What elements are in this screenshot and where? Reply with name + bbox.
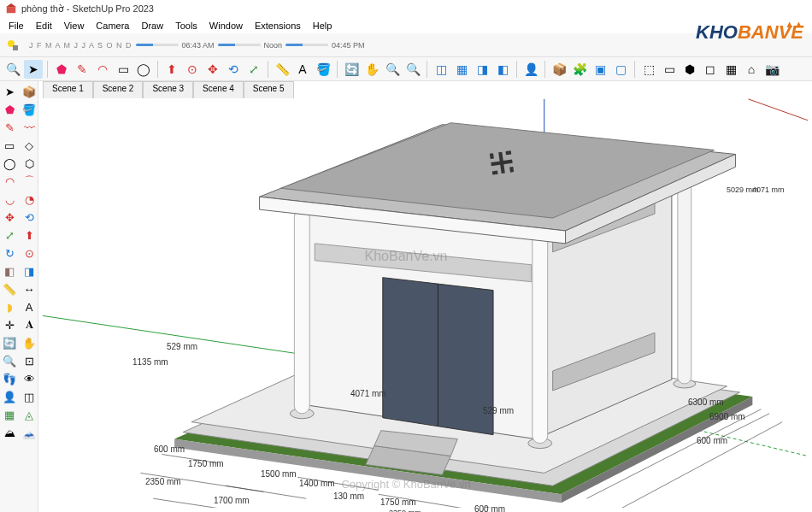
protractor-icon[interactable]: ◗ <box>1 298 18 315</box>
warehouse-icon[interactable]: 📦 <box>550 60 568 79</box>
monochrome-icon[interactable]: ◻ <box>701 60 720 79</box>
menu-window[interactable]: Window <box>204 19 248 32</box>
arc3-icon[interactable]: ◡ <box>1 191 18 208</box>
person-icon[interactable]: 👤 <box>521 60 540 79</box>
sandbox4-icon[interactable]: 🗻 <box>21 424 38 441</box>
axes-icon[interactable]: ✛ <box>1 316 18 333</box>
rotate-icon[interactable]: ⟲ <box>224 60 243 79</box>
pencil-icon[interactable]: ✎ <box>73 60 91 79</box>
hidden-line-icon[interactable]: ▭ <box>660 60 679 79</box>
pie-icon[interactable]: ◔ <box>21 191 38 208</box>
tab-scene5[interactable]: Scene 5 <box>244 81 294 98</box>
zoom-extents-icon[interactable]: 🔍 <box>403 60 422 79</box>
rotated-rect-icon[interactable]: ◇ <box>21 137 38 154</box>
dim-1700: 1700 mm <box>214 496 250 505</box>
menu-camera[interactable]: Camera <box>91 19 134 32</box>
orbit-tool-icon[interactable]: 🔄 <box>1 334 18 351</box>
tab-scene1[interactable]: Scene 1 <box>43 81 93 98</box>
tape-tool-icon[interactable]: 📏 <box>1 280 18 297</box>
menu-extensions[interactable]: Extensions <box>250 19 306 32</box>
section-fill-icon[interactable]: ◧ <box>493 60 512 79</box>
pushpull-icon[interactable]: ⬆ <box>162 60 181 79</box>
solid-outer-icon[interactable]: ◧ <box>1 262 18 280</box>
pushpull-tool-icon[interactable]: ⬆ <box>21 227 38 244</box>
arc-tool-icon[interactable]: ◠ <box>1 173 18 190</box>
polygon-icon[interactable]: ⬡ <box>21 155 38 172</box>
svg-rect-23 <box>294 209 309 414</box>
paint-icon[interactable]: 🪣 <box>314 60 332 79</box>
circle-icon[interactable]: ◯ <box>134 60 153 79</box>
sandbox1-icon[interactable]: ▦ <box>1 406 18 423</box>
photo-icon[interactable]: 📷 <box>762 60 781 79</box>
freehand-icon[interactable]: 〰 <box>21 119 38 136</box>
time-slider-2[interactable] <box>285 44 328 46</box>
dimension-icon[interactable]: ↔ <box>21 280 38 297</box>
section-display-icon[interactable]: ▦ <box>452 60 471 79</box>
orbit-icon[interactable]: 🔄 <box>342 60 361 79</box>
menu-view[interactable]: View <box>59 19 90 32</box>
menu-edit[interactable]: Edit <box>31 19 57 32</box>
tape-icon[interactable]: 📏 <box>273 60 291 79</box>
menu-tools[interactable]: Tools <box>170 19 203 32</box>
3dtext-icon[interactable]: 𝐀 <box>21 316 38 333</box>
styles-icon[interactable]: ⌂ <box>742 60 761 79</box>
xray-icon[interactable]: ▣ <box>591 60 609 79</box>
section-cut-icon[interactable]: ◨ <box>473 60 491 79</box>
select-icon[interactable]: ➤ <box>24 60 43 79</box>
sandbox2-icon[interactable]: ◬ <box>21 406 38 423</box>
wireframe-icon[interactable]: ⬚ <box>639 60 658 79</box>
back-edges-icon[interactable]: ▢ <box>611 60 630 79</box>
section-tool-icon[interactable]: ◫ <box>21 388 38 405</box>
paint-tool-icon[interactable]: 🪣 <box>21 101 38 118</box>
time-slider[interactable] <box>218 44 261 46</box>
component-icon[interactable]: 📦 <box>21 83 38 100</box>
text-tool-icon[interactable]: A <box>21 298 38 315</box>
rotate-tool-icon[interactable]: ⟲ <box>21 209 38 226</box>
date-slider[interactable] <box>136 44 179 46</box>
tab-scene3[interactable]: Scene 3 <box>143 81 193 98</box>
circle-tool-icon[interactable]: ◯ <box>1 155 18 172</box>
arc-icon[interactable]: ◠ <box>93 60 112 79</box>
shadow-toggle-icon[interactable] <box>3 36 22 55</box>
shadow-toolbar: J F M A M J J A S O N D 06:43 AM Noon 04… <box>0 33 812 57</box>
select-tool-icon[interactable]: ➤ <box>1 83 18 100</box>
zoom-window-icon[interactable]: ⊡ <box>21 352 38 369</box>
zoom-icon[interactable]: 🔍 <box>383 60 402 79</box>
tab-scene2[interactable]: Scene 2 <box>93 81 144 98</box>
extension-icon[interactable]: 🧩 <box>570 60 589 79</box>
pan-icon[interactable]: ✋ <box>362 60 381 79</box>
move-icon[interactable]: ✥ <box>203 60 222 79</box>
rect-tool-icon[interactable]: ▭ <box>1 137 18 154</box>
zoom-tool-icon[interactable]: 🔍 <box>1 352 18 369</box>
menu-draw[interactable]: Draw <box>136 19 168 32</box>
textured-icon[interactable]: ▦ <box>721 60 740 79</box>
search-icon[interactable]: 🔍 <box>3 60 22 79</box>
pan-tool-icon[interactable]: ✋ <box>21 334 38 351</box>
scale-icon[interactable]: ⤢ <box>244 60 263 79</box>
followme-icon[interactable]: ↻ <box>1 244 18 262</box>
shaded-icon[interactable]: ⬢ <box>680 60 699 79</box>
scale-tool-icon[interactable]: ⤢ <box>1 227 18 244</box>
position-camera-icon[interactable]: 👤 <box>1 388 18 405</box>
solid-intersect-icon[interactable]: ◨ <box>21 262 38 280</box>
left-toolbar: ➤ 📦 ⬟ 🪣 ✎ 〰 ▭ ◇ ◯ ⬡ ◠ ⌒ ◡ ◔ ✥ ⟲ ⤢ ⬆ ↻ ⊙ … <box>0 81 38 512</box>
sandbox3-icon[interactable]: ⛰ <box>1 424 18 441</box>
offset-tool-icon[interactable]: ⊙ <box>21 244 38 262</box>
text-icon[interactable]: A <box>293 60 312 79</box>
section-icon[interactable]: ◫ <box>432 60 450 79</box>
line-tool-icon[interactable]: ✎ <box>1 119 18 136</box>
walk-icon[interactable]: 👣 <box>1 370 18 387</box>
eraser-tool-icon[interactable]: ⬟ <box>1 101 18 118</box>
rectangle-icon[interactable]: ▭ <box>114 60 132 79</box>
month-scale: J F M A M J J A S O N D <box>29 41 132 50</box>
menu-file[interactable]: File <box>3 19 29 32</box>
move-tool-icon[interactable]: ✥ <box>1 209 18 226</box>
menu-help[interactable]: Help <box>308 19 338 32</box>
look-icon[interactable]: 👁 <box>21 370 38 387</box>
arc2-icon[interactable]: ⌒ <box>21 173 38 190</box>
tab-scene4[interactable]: Scene 4 <box>193 81 244 98</box>
svg-line-7 <box>748 99 808 121</box>
main-toolbar: 🔍 ➤ ⬟ ✎ ◠ ▭ ◯ ⬆ ⊙ ✥ ⟲ ⤢ 📏 A 🪣 🔄 ✋ 🔍 🔍 ◫ … <box>0 57 812 81</box>
eraser-icon[interactable]: ⬟ <box>52 60 71 79</box>
offset-icon[interactable]: ⊙ <box>183 60 202 79</box>
